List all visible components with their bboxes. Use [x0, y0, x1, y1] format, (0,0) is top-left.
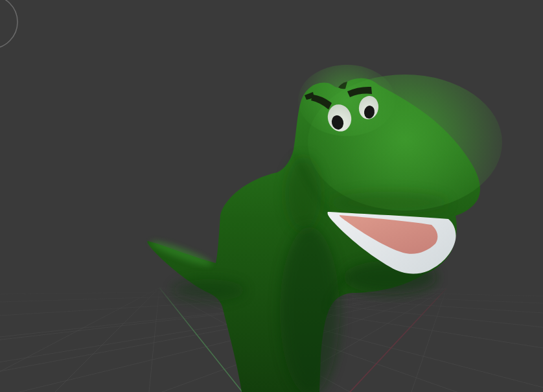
viewport-3d[interactable] [0, 0, 543, 392]
